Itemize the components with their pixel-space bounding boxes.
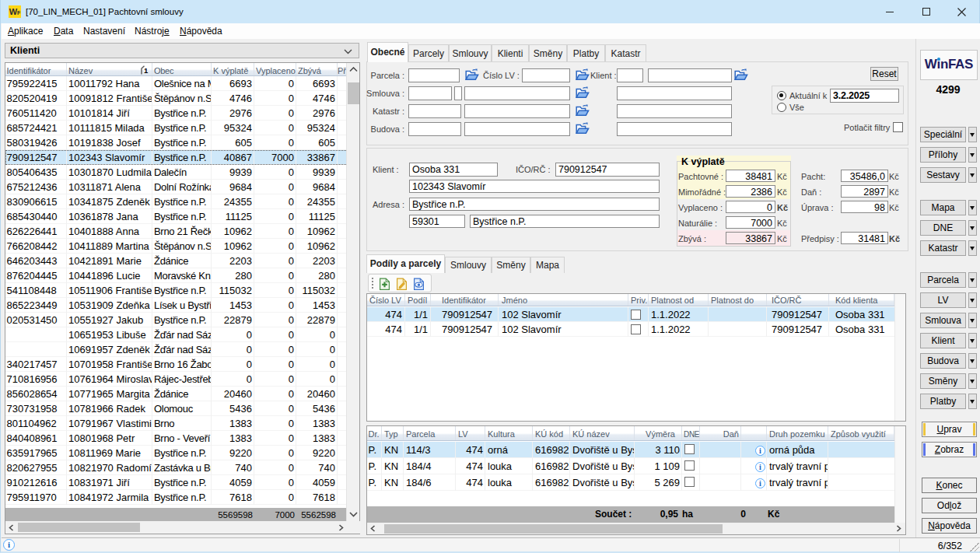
svg-text:1: 1: [144, 66, 149, 75]
